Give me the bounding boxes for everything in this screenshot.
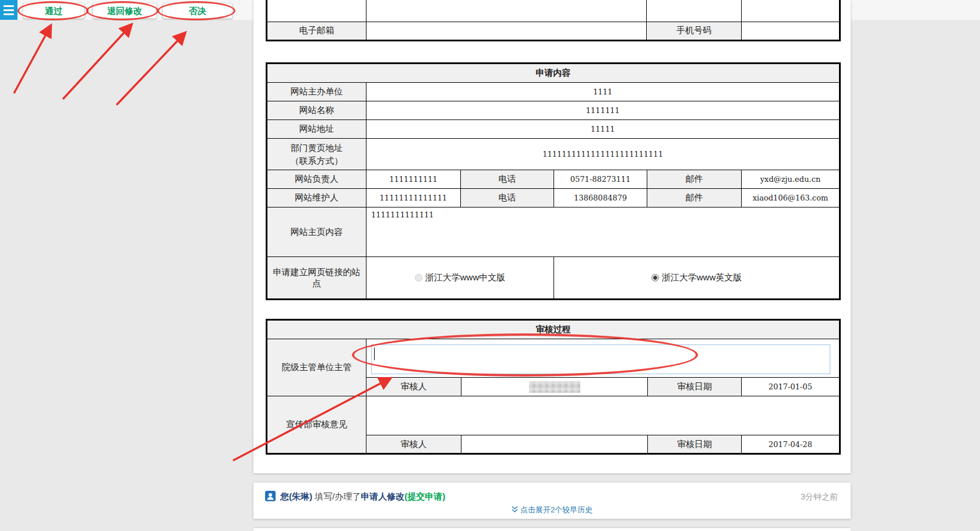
- table-row-person: 网站负责人 1111111111 电话 0571-88273111 邮件 yxd…: [267, 170, 840, 189]
- review-date-label: 审核日期: [648, 435, 742, 454]
- manager-name: 1111111111: [366, 170, 461, 189]
- table-row-email: 电子邮箱 手机号码: [267, 22, 840, 40]
- maintainer-mail-label: 邮件: [647, 189, 742, 208]
- reviewer-name-value: [461, 435, 648, 454]
- table-row-person: 网站维护人 11111111111111 电话 13868084879 邮件 x…: [267, 189, 840, 208]
- activity-action: 申请人修改: [361, 491, 404, 501]
- hamburger-bar: [3, 9, 14, 11]
- email-label: 电子邮箱: [267, 22, 366, 40]
- table-row: 网站地址 11111: [267, 120, 840, 139]
- review-process-title: 审核过程: [267, 320, 840, 339]
- host-unit-label: 网站主办单位: [267, 83, 366, 101]
- application-content-title: 申请内容: [267, 64, 840, 83]
- radio-option-label: 浙江大学www中文版: [425, 272, 506, 283]
- site-address-label: 网站地址: [267, 120, 366, 139]
- college-supervisor-label: 院级主管单位主管: [267, 339, 366, 396]
- table-row-section-header: 审核过程: [267, 320, 840, 339]
- manager-label: 网站负责人: [267, 170, 366, 189]
- mobile-value: [742, 22, 840, 40]
- radio-option-label: 浙江大学www英文版: [662, 272, 742, 283]
- host-unit-value: 1111: [366, 83, 840, 101]
- linksite-label: 申请建立网页链接的站点: [267, 257, 366, 300]
- red-arrow-reject: [117, 34, 184, 105]
- table-row-partial: [267, 0, 840, 22]
- review-date-value: 2017-04-28: [742, 435, 840, 454]
- activity-action-prefix: 填写/办理了: [315, 491, 361, 501]
- review-process-table: 审核过程 院级主管单位主管 审核人 审核日期 2017-01-05 宣传部审核意…: [266, 319, 841, 455]
- maintainer-name: 11111111111111: [366, 189, 461, 208]
- homepage-value: 1111111111111: [366, 208, 840, 257]
- activity-text: 您(朱琳) 填写/办理了申请人修改(提交申请): [280, 491, 445, 502]
- review-opinion-input[interactable]: [371, 344, 830, 374]
- activity-user: 您(朱琳): [280, 491, 312, 501]
- table-row-review-opinion: 院级主管单位主管: [267, 339, 840, 378]
- text-caret: [374, 347, 375, 360]
- propaganda-dept-label: 宣传部审核意见: [267, 396, 366, 454]
- return-for-edit-button[interactable]: 退回修改: [93, 3, 157, 19]
- reviewer-label: 审核人: [366, 378, 461, 396]
- reviewer-name-censored: [461, 378, 648, 396]
- manager-phone: 0571-88273111: [554, 170, 647, 189]
- user-icon: [265, 491, 276, 501]
- red-arrow-return: [63, 26, 131, 99]
- mobile-label: 手机号码: [647, 22, 742, 40]
- homepage-label: 网站主页内容: [267, 208, 366, 257]
- maintainer-label: 网站维护人: [267, 189, 366, 208]
- maintainer-phone-label: 电话: [461, 189, 554, 208]
- activity-log-card: 您(朱琳) 填写/办理了申请人修改(提交申请) 3分钟之前 点击展开2个较早历史: [253, 483, 851, 519]
- manager-mail-label: 邮件: [647, 170, 742, 189]
- radio-option-english[interactable]: 浙江大学www英文版: [651, 272, 742, 283]
- radio-unselected-icon[interactable]: [415, 274, 422, 282]
- table-row-homepage: 网站主页内容 1111111111111: [267, 208, 840, 257]
- linksite-option-cell: 浙江大学www英文版: [554, 257, 840, 300]
- reviewer-label: 审核人: [366, 435, 461, 454]
- review-date-value: 2017-01-05: [742, 378, 840, 396]
- yellowpage-label: 部门黄页地址 （联系方式）: [267, 139, 366, 170]
- maintainer-phone: 13868084879: [554, 189, 647, 208]
- maintainer-mail: xiaod106@163.com: [742, 189, 840, 208]
- hamburger-bar: [3, 5, 14, 7]
- next-card-peek: [253, 528, 851, 531]
- contact-table: 电子邮箱 手机号码: [266, 0, 841, 41]
- review-date-label: 审核日期: [648, 378, 742, 396]
- application-content-table: 申请内容 网站主办单位 1111 网站名称 1111111 网站地址 11111…: [266, 62, 841, 300]
- censored-block: [529, 381, 580, 393]
- table-row-review-opinion: 宣传部审核意见: [267, 396, 840, 435]
- radio-selected-icon[interactable]: [651, 274, 659, 282]
- hamburger-bar: [3, 13, 14, 15]
- application-form-card: 电子邮箱 手机号码 申请内容 网站主办单位 1111 网站名称 1111111 …: [253, 0, 851, 473]
- manager-phone-label: 电话: [461, 170, 554, 189]
- yellowpage-value: 1111111111111111111111111: [366, 139, 840, 170]
- expand-history-label: 点击展开2个较早历史: [520, 505, 593, 514]
- manager-mail: yxd@zju.edu.cn: [742, 170, 840, 189]
- email-value: [366, 22, 647, 40]
- table-row: 网站主办单位 1111: [267, 83, 840, 101]
- site-address-value: 11111: [366, 120, 840, 139]
- hamburger-menu-icon[interactable]: [0, 0, 17, 20]
- approve-button[interactable]: 通过: [23, 3, 84, 19]
- double-chevron-down-icon: [512, 506, 518, 513]
- radio-option-chinese[interactable]: 浙江大学www中文版: [415, 272, 506, 283]
- site-name-value: 1111111: [366, 101, 840, 120]
- college-opinion-cell: [366, 339, 840, 378]
- table-row: 网站名称 1111111: [267, 101, 840, 120]
- linksite-option-cell: 浙江大学www中文版: [366, 257, 554, 300]
- site-name-label: 网站名称: [267, 101, 366, 120]
- table-row: 部门黄页地址 （联系方式） 1111111111111111111111111: [267, 139, 840, 170]
- propaganda-opinion-cell: [366, 396, 840, 435]
- activity-action-suffix: (提交申请): [404, 491, 445, 501]
- expand-history-link[interactable]: 点击展开2个较早历史: [253, 505, 851, 515]
- table-row-linksite: 申请建立网页链接的站点 浙江大学www中文版 浙江大学www英文版: [267, 257, 840, 300]
- activity-timestamp: 3分钟之前: [801, 492, 838, 502]
- red-arrow-approve: [14, 27, 50, 93]
- reject-button[interactable]: 否决: [163, 3, 232, 19]
- table-row-section-header: 申请内容: [267, 64, 840, 83]
